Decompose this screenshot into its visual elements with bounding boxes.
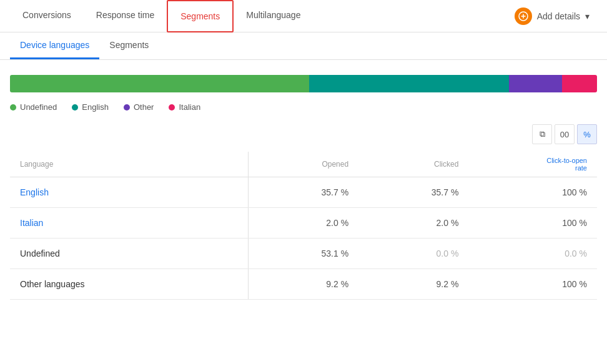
cell-language[interactable]: English — [10, 177, 249, 208]
cell-language: Other languages — [10, 269, 249, 300]
col-header-language: Language — [10, 152, 249, 177]
cell-opened: 53.1 % — [249, 239, 358, 269]
bar-segment-undefined — [10, 75, 309, 92]
legend-label-english: English — [82, 102, 109, 112]
cell-cto: 100 % — [468, 208, 597, 239]
copy-button[interactable]: ⧉ — [532, 124, 552, 144]
copy-icon: ⧉ — [540, 129, 545, 139]
cell-opened: 2.0 % — [249, 208, 358, 239]
legend-label-italian: Italian — [179, 102, 200, 112]
tab-multilanguage[interactable]: Multilanguage — [234, 0, 313, 32]
cell-opened: 35.7 % — [249, 177, 358, 208]
cell-cto: 100 % — [468, 177, 597, 208]
stacked-bar — [10, 75, 597, 92]
add-details-label: Add details — [537, 11, 580, 21]
controls-row: ⧉ 00 % — [0, 117, 607, 152]
percent-label: % — [583, 130, 591, 139]
tab-segments[interactable]: Segments — [99, 32, 159, 59]
legend-dot-undefined — [10, 104, 16, 111]
cell-clicked: 9.2 % — [358, 269, 468, 300]
cell-language[interactable]: Italian — [10, 208, 249, 239]
number-format-button[interactable]: 00 — [555, 124, 575, 144]
cell-clicked: 0.0 % — [358, 239, 468, 269]
cell-cto: 100 % — [468, 269, 597, 300]
col-header-clicked: Clicked — [358, 152, 468, 177]
number-format-label: 00 — [560, 130, 569, 139]
legend-dot-italian — [169, 104, 175, 111]
legend-dot-other — [124, 104, 130, 111]
top-navigation: Conversions Response time Segments Multi… — [0, 0, 607, 32]
cell-language: Undefined — [10, 239, 249, 269]
legend-dot-english — [72, 104, 78, 111]
language-table: Language Opened Clicked Click-to-openrat… — [10, 152, 597, 300]
bar-segment-other — [509, 75, 562, 92]
cell-clicked: 35.7 % — [358, 177, 468, 208]
table-row: English35.7 %35.7 %100 % — [10, 177, 597, 208]
chart-legend: Undefined English Other Italian — [10, 92, 597, 117]
bar-segment-italian — [562, 75, 597, 92]
chevron-down-icon: ▾ — [585, 11, 590, 21]
cell-clicked: 2.0 % — [358, 208, 468, 239]
add-details-icon — [515, 7, 532, 25]
add-details-button[interactable]: Add details ▾ — [507, 2, 597, 30]
legend-item-english: English — [72, 102, 109, 112]
legend-label-other: Other — [134, 102, 154, 112]
legend-item-undefined: Undefined — [10, 102, 57, 112]
tab-device-languages[interactable]: Device languages — [10, 32, 99, 59]
table-row: Italian2.0 %2.0 %100 % — [10, 208, 597, 239]
percent-format-button[interactable]: % — [577, 124, 597, 144]
table-row: Undefined53.1 %0.0 %0.0 % — [10, 239, 597, 269]
legend-item-other: Other — [124, 102, 154, 112]
cell-opened: 9.2 % — [249, 269, 358, 300]
top-nav-tabs: Conversions Response time Segments Multi… — [10, 0, 313, 32]
legend-item-italian: Italian — [169, 102, 200, 112]
legend-label-undefined: Undefined — [20, 102, 57, 112]
col-header-opened: Opened — [249, 152, 358, 177]
cell-cto: 0.0 % — [468, 239, 597, 269]
tab-conversions[interactable]: Conversions — [10, 0, 84, 32]
tab-segments[interactable]: Segments — [167, 0, 234, 32]
tab-response-time[interactable]: Response time — [84, 0, 167, 32]
sub-navigation: Device languages Segments — [0, 32, 607, 60]
table-row: Other languages9.2 %9.2 %100 % — [10, 269, 597, 300]
bar-segment-english — [309, 75, 509, 92]
table-header-row: Language Opened Clicked Click-to-openrat… — [10, 152, 597, 177]
chart-area: Undefined English Other Italian — [0, 60, 607, 117]
col-header-cto: Click-to-openrate — [468, 152, 597, 177]
data-table-wrapper: Language Opened Clicked Click-to-openrat… — [0, 152, 607, 300]
